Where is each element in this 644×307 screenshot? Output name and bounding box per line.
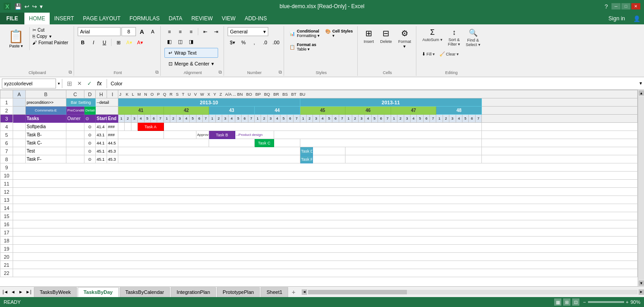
cell-c7[interactable]: [66, 147, 84, 155]
menu-data[interactable]: DATA: [164, 13, 187, 24]
scroll-up-button[interactable]: ▲: [639, 90, 644, 96]
horizontal-scrollbar[interactable]: ◄ ►: [302, 289, 644, 295]
formula-controls-icon[interactable]: ⊞: [65, 79, 74, 88]
col-header-i[interactable]: I: [107, 90, 118, 98]
formula-expand-icon[interactable]: ▾: [639, 80, 642, 86]
scroll-track[interactable]: [638, 96, 644, 280]
comma-button[interactable]: ,: [249, 38, 259, 47]
sheet-nav-last[interactable]: ►|: [25, 288, 32, 296]
font-expand-icon[interactable]: ⧉: [155, 70, 159, 75]
align-top-center-button[interactable]: ≡: [175, 27, 185, 36]
cell-d6[interactable]: ⊙: [84, 139, 96, 147]
vertical-scrollbar[interactable]: ▲ ▼: [638, 90, 644, 286]
tab-tasksByCalendar[interactable]: TasksByCalendar: [120, 287, 170, 297]
cell-d5[interactable]: ⊙: [84, 131, 96, 139]
cell-styles-button[interactable]: 🎨 Cell Styles ▾: [323, 27, 355, 40]
confirm-formula-button[interactable]: ✓: [85, 79, 94, 88]
col-header-c[interactable]: C: [66, 90, 84, 98]
cell-test-name[interactable]: Test: [26, 147, 66, 155]
clipboard-expand-icon[interactable]: ⧉: [69, 70, 72, 75]
cell-c8[interactable]: [66, 155, 84, 163]
task-d-bar[interactable]: Task D: [300, 147, 313, 155]
cell-end-6[interactable]: 44.5: [107, 139, 118, 147]
tab-sheet1[interactable]: Sheet1: [261, 287, 288, 297]
cell-end-4[interactable]: ###: [107, 123, 118, 131]
cell-start-3[interactable]: Start: [96, 115, 107, 123]
task-b-bar[interactable]: Task B: [209, 131, 235, 139]
quick-redo-icon[interactable]: ↪: [32, 3, 37, 10]
clear-button[interactable]: 🧹 Clear ▾: [438, 50, 461, 57]
task-a-bar[interactable]: Task A: [138, 123, 164, 131]
menu-formulas[interactable]: FORMULAS: [125, 13, 164, 24]
zoom-slider[interactable]: [588, 301, 624, 303]
col-header-gantt[interactable]: J K L M N O P Q R S T U V W X Y Z A/A ..…: [118, 90, 638, 98]
find-select-button[interactable]: 🔍 Find &Select ▾: [463, 27, 483, 48]
cell-softpedia[interactable]: Softpedia: [26, 123, 66, 131]
conditional-formatting-button[interactable]: 📊 Conditional Formatting ▾: [288, 27, 322, 40]
customize-icon[interactable]: ▾: [40, 3, 43, 10]
tab-tasksByDay[interactable]: TasksByDay: [78, 287, 119, 297]
align-right-button[interactable]: ◨: [186, 37, 196, 46]
quick-save-icon[interactable]: 💾: [14, 3, 22, 10]
tab-integrationPlan[interactable]: IntegrationPlan: [171, 287, 216, 297]
menu-home[interactable]: HOME: [24, 13, 50, 24]
cell-a4[interactable]: [13, 123, 26, 131]
wrap-text-button[interactable]: ↵ Wrap Text: [164, 48, 218, 58]
alignment-expand-icon[interactable]: ⧉: [219, 70, 222, 75]
cell-a6[interactable]: [13, 139, 26, 147]
bold-button[interactable]: B: [78, 38, 88, 47]
profile-icon[interactable]: 👤: [633, 15, 640, 22]
menu-pagelayout[interactable]: PAGE LAYOUT: [79, 13, 125, 24]
increase-font-size-button[interactable]: A: [137, 27, 147, 36]
format-as-table-button[interactable]: 📋 Format as Table ▾: [288, 41, 322, 53]
zoom-out-icon[interactable]: −: [583, 299, 586, 305]
format-painter-button[interactable]: 🖌 Format Painter: [31, 40, 70, 46]
increase-indent-button[interactable]: ⇥: [211, 27, 221, 36]
cancel-formula-button[interactable]: ✕: [75, 79, 84, 88]
number-expand-icon[interactable]: ⧉: [279, 70, 282, 75]
cell-d8[interactable]: ⊙: [84, 155, 96, 163]
quick-undo-icon[interactable]: ↩: [24, 3, 29, 10]
cell-detail-1[interactable]: --detail: [96, 98, 118, 107]
font-color-button[interactable]: A▾: [135, 38, 145, 47]
cell-a5[interactable]: [13, 131, 26, 139]
cell-owner-3[interactable]: Owner: [66, 115, 84, 123]
name-box[interactable]: xyzcolorlevel: [2, 79, 56, 88]
cell-end-7[interactable]: 45.3: [107, 147, 118, 155]
minimize-button[interactable]: ─: [611, 3, 621, 9]
sheet-nav-first[interactable]: |◄: [2, 288, 9, 296]
decrease-decimal-button[interactable]: .00: [271, 38, 281, 47]
cell-start-8[interactable]: 45.1: [96, 155, 107, 163]
task-c-bar[interactable]: Task C: [254, 139, 274, 147]
cell-end-3[interactable]: End: [107, 115, 118, 123]
cell-barsetting-1[interactable]: Bar Setting: [66, 98, 96, 107]
h-scroll-track[interactable]: [308, 290, 638, 294]
cell-c5[interactable]: [66, 131, 84, 139]
cell-b1[interactable]: precondition>>: [26, 98, 66, 107]
cell-d4[interactable]: ⊙: [84, 123, 96, 131]
task-f-bar[interactable]: Task F: [300, 155, 313, 163]
zoom-in-icon[interactable]: +: [626, 299, 629, 305]
h-scroll-thumb[interactable]: [308, 290, 407, 294]
restore-button[interactable]: □: [621, 3, 630, 9]
cell-start-7[interactable]: 45.1: [96, 147, 107, 155]
page-layout-view-button[interactable]: ⊞: [563, 298, 570, 306]
cell-comments-2[interactable]: Commmets-E: [26, 107, 66, 115]
cell-end-5[interactable]: ###: [107, 131, 118, 139]
cell-a7[interactable]: [13, 147, 26, 155]
cell-d7[interactable]: ⊙: [84, 147, 96, 155]
tab-tasksByWeek[interactable]: TasksByWeek: [34, 287, 77, 297]
cell-start-5[interactable]: 43.1: [96, 131, 107, 139]
delete-cells-button[interactable]: ⊟ Delete: [378, 27, 394, 45]
align-top-right-button[interactable]: ≡: [186, 27, 196, 36]
col-header-b[interactable]: B: [26, 90, 66, 98]
sort-filter-button[interactable]: ↕ Sort &Filter ▾: [446, 27, 463, 48]
copy-button[interactable]: ⎘ Copy ▾: [31, 33, 70, 39]
number-format-select[interactable]: General ▾: [228, 27, 268, 36]
cell-taskc-name[interactable]: Task C-: [26, 139, 66, 147]
percent-button[interactable]: %: [238, 38, 248, 47]
font-name-input[interactable]: [78, 27, 121, 36]
align-left-button[interactable]: ◧: [164, 37, 174, 46]
col-header-d[interactable]: D: [84, 90, 96, 98]
cell-a8[interactable]: [13, 155, 26, 163]
